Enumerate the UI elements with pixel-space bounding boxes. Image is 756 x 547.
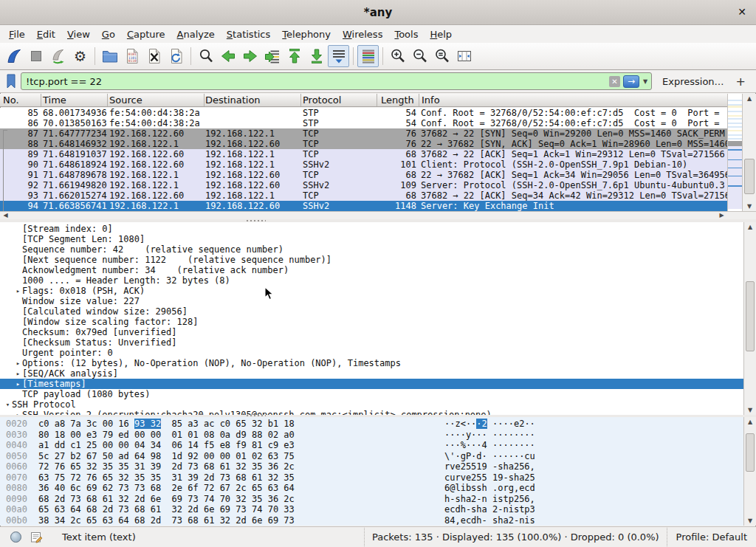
hex-row-0070[interactable]: 007063 75 72 76 65 32 35 35 31 39 2d 73 …: [0, 472, 743, 484]
capture-options-button[interactable]: ⚙: [69, 45, 91, 67]
menu-analyze[interactable]: Analyze: [171, 27, 221, 42]
hex-row-0050[interactable]: 00505c 27 b2 67 50 ad 64 98 1d 92 00 00 …: [0, 451, 743, 462]
filter-apply-button[interactable]: →: [623, 75, 639, 88]
hex-ascii[interactable]: h-sha2-n istp256,: [444, 494, 535, 505]
display-filter-input[interactable]: [21, 76, 609, 87]
go-back-button[interactable]: [217, 45, 238, 67]
menu-telephony[interactable]: Telephony: [276, 27, 337, 42]
menu-file[interactable]: File: [3, 27, 31, 42]
detail-line[interactable]: Checksum: 0x79ed [unverified]: [0, 327, 743, 337]
scroll-up-arrow[interactable]: ▲: [744, 222, 756, 232]
packet-row-93[interactable]: 9371.662015274192.168.122.60192.168.122.…: [0, 190, 727, 201]
hex-row-0080[interactable]: 008036 40 6c 69 62 73 73 68 2e 6f 72 67 …: [0, 483, 743, 494]
scrollbar-thumb[interactable]: [744, 159, 755, 194]
hex-ascii[interactable]: ···%···4 ········: [444, 440, 535, 451]
detail-line[interactable]: TCP payload (1080 bytes): [0, 389, 743, 399]
menu-help[interactable]: Help: [424, 27, 458, 42]
close-window-button[interactable]: ✕: [738, 6, 746, 18]
detail-line[interactable]: [Checksum Status: Unverified]: [0, 337, 743, 348]
hex-bytes[interactable]: 63 75 72 76 65 32 35 35 31 39 2d 73 68 6…: [38, 472, 295, 484]
file-open-button[interactable]: [99, 45, 120, 67]
hex-row-00b0[interactable]: 00b038 34 2c 65 63 64 68 2d 73 68 61 32 …: [0, 515, 743, 526]
detail-line[interactable]: [Calculated window size: 29056]: [0, 306, 743, 317]
detail-line[interactable]: Urgent pointer: 0: [0, 348, 743, 358]
file-reload-button[interactable]: [165, 45, 187, 67]
detail-line[interactable]: ▾SSH Protocol: [0, 399, 743, 410]
detail-line[interactable]: ▸SSH Version 2 (encryption:chacha20-poly…: [0, 410, 743, 415]
menu-tools[interactable]: Tools: [388, 27, 424, 42]
expression-button[interactable]: Expression…: [655, 76, 732, 87]
detail-line[interactable]: [TCP Segment Len: 1080]: [0, 234, 743, 244]
column-header-length[interactable]: Length: [381, 94, 414, 106]
hex-ascii[interactable]: \'·gP·d· ······cu: [444, 451, 535, 462]
expanded-triangle-icon[interactable]: ▾: [4, 399, 12, 410]
scroll-up-arrow[interactable]: ▲: [744, 417, 756, 427]
go-to-packet-button[interactable]: [261, 45, 283, 67]
column-separator[interactable]: [107, 94, 108, 107]
detail-line[interactable]: Sequence number: 42 (relative sequence n…: [0, 244, 743, 255]
hex-row-0060[interactable]: 006072 76 65 32 35 35 31 39 2d 73 68 61 …: [0, 461, 743, 472]
capture-comment-icon[interactable]: [30, 531, 43, 543]
zoom-out-button[interactable]: [409, 45, 430, 67]
expert-info-icon[interactable]: [10, 531, 21, 543]
collapsed-triangle-icon[interactable]: ▸: [14, 379, 22, 389]
packet-row-90[interactable]: 9071.648618924192.168.122.60192.168.122.…: [0, 159, 727, 170]
packet-list-header[interactable]: No.TimeSourceDestinationProtocolLengthIn…: [0, 94, 727, 107]
scroll-up-arrow[interactable]: ▲: [743, 94, 756, 103]
detail-line[interactable]: ▸Flags: 0x018 (PSH, ACK): [0, 286, 743, 296]
go-to-top-button[interactable]: [284, 45, 305, 67]
column-separator[interactable]: [204, 94, 205, 107]
go-forward-button[interactable]: [239, 45, 261, 67]
hex-row-00a0[interactable]: 00a065 63 64 68 2d 73 68 61 32 2d 6e 69 …: [0, 504, 743, 515]
detail-line[interactable]: ▸[Timestamps]: [0, 379, 743, 389]
bytes-vscrollbar[interactable]: ▲ ▼: [743, 417, 756, 526]
column-header-no[interactable]: No.: [3, 94, 19, 106]
detail-line[interactable]: 1000 .... = Header Length: 32 bytes (8): [0, 275, 743, 286]
column-header-time[interactable]: Time: [43, 94, 66, 106]
hex-bytes[interactable]: c0 a8 7a 3c 00 16 93 32 85 a3 ac c0 65 3…: [38, 419, 295, 430]
hex-row-0090[interactable]: 009068 2d 73 68 61 32 2d 6e 69 73 74 70 …: [0, 494, 743, 505]
hex-bytes[interactable]: 65 63 64 68 2d 73 68 61 32 2d 6e 69 73 7…: [38, 504, 295, 515]
hex-bytes[interactable]: 80 18 00 e3 79 ed 00 00 01 01 08 0a d9 8…: [38, 430, 295, 441]
collapsed-triangle-icon[interactable]: ▸: [14, 368, 22, 379]
hex-ascii[interactable]: 84,ecdh- sha2-nis: [444, 515, 535, 526]
filter-clear-button[interactable]: ✕: [609, 76, 620, 87]
detail-line[interactable]: Acknowledgment number: 34 (relative ack …: [0, 265, 743, 275]
packet-row-88[interactable]: 8871.648146932192.168.122.1192.168.122.6…: [0, 139, 727, 149]
details-vscrollbar[interactable]: ▲ ▼: [743, 222, 756, 415]
detail-line[interactable]: [Window size scaling factor: 128]: [0, 317, 743, 327]
packet-list-vscrollbar[interactable]: ▲ ▼: [742, 94, 756, 211]
column-header-protocol[interactable]: Protocol: [303, 94, 341, 106]
menu-statistics[interactable]: Statistics: [221, 27, 276, 42]
collapsed-triangle-icon[interactable]: ▸: [14, 286, 22, 296]
filter-dropdown-caret[interactable]: ▼: [639, 78, 651, 85]
hex-row-0020[interactable]: 0020c0 a8 7a 3c 00 16 93 32 85 a3 ac c0 …: [0, 419, 743, 430]
column-separator[interactable]: [419, 94, 419, 107]
resize-columns-button[interactable]: [453, 45, 475, 67]
capture-stop-button[interactable]: [25, 45, 47, 67]
zoom-in-button[interactable]: [387, 45, 408, 67]
column-separator[interactable]: [377, 94, 377, 107]
hex-bytes[interactable]: a1 dd c1 25 00 00 04 34 06 14 f5 e8 f9 8…: [38, 440, 295, 451]
scroll-left-arrow[interactable]: ◀: [1, 212, 10, 219]
hex-ascii[interactable]: curve255 19-sha25: [444, 472, 535, 484]
detail-line[interactable]: [Next sequence number: 1122 (relative se…: [0, 255, 743, 265]
filter-bookmark-icon[interactable]: [4, 73, 18, 89]
hex-bytes[interactable]: 68 2d 73 68 61 32 2d 6e 69 73 74 70 32 3…: [38, 494, 295, 505]
scroll-down-arrow[interactable]: ▼: [743, 202, 756, 211]
title-bar[interactable]: *any ✕: [0, 0, 756, 25]
column-header-destination[interactable]: Destination: [205, 94, 261, 106]
hex-ascii[interactable]: ····y··· ········: [444, 430, 535, 441]
hex-ascii[interactable]: ··z<···2 ····e2··: [444, 419, 535, 430]
scrollbar-thumb[interactable]: [746, 281, 755, 351]
packet-row-85[interactable]: 8568.001734936fe:54:00:d4:38:2aSTP54Conf…: [0, 108, 727, 118]
hex-bytes[interactable]: 38 34 2c 65 63 64 68 2d 73 68 61 32 2d 6…: [38, 515, 295, 526]
hex-ascii[interactable]: ecdh-sha 2-nistp3: [444, 504, 535, 515]
packet-row-87[interactable]: 8771.647777234192.168.122.60192.168.122.…: [0, 128, 727, 139]
detail-line[interactable]: [Stream index: 0]: [0, 224, 743, 234]
capture-start-button[interactable]: [3, 45, 24, 67]
scroll-down-arrow[interactable]: ▼: [744, 405, 756, 415]
colorize-toggle-button[interactable]: [357, 45, 379, 67]
menu-edit[interactable]: Edit: [31, 27, 61, 42]
packet-row-94[interactable]: 9471.663856741192.168.122.1192.168.122.6…: [0, 201, 727, 211]
